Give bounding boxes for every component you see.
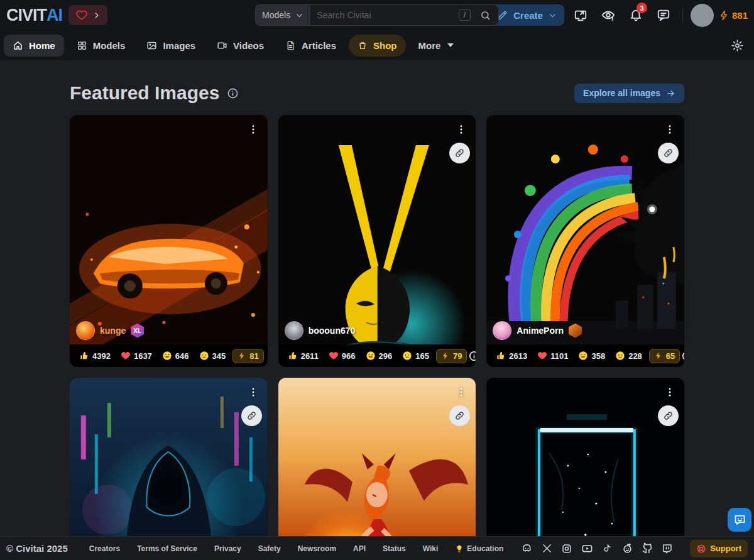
buzz-balance[interactable]: 881 bbox=[719, 10, 748, 21]
nav-item-videos[interactable]: Videos bbox=[208, 35, 273, 57]
video-icon bbox=[217, 40, 227, 51]
creator-username[interactable]: AnimePorn bbox=[516, 326, 564, 336]
cry-reaction-chip[interactable]: 165 bbox=[398, 349, 434, 363]
nav-item-articles[interactable]: Articles bbox=[276, 35, 345, 57]
footer-link-status[interactable]: Status bbox=[377, 544, 412, 553]
card-image[interactable] bbox=[70, 378, 268, 560]
instagram-icon[interactable] bbox=[559, 541, 575, 557]
image-card[interactable]: AnimePorn 2613 1101 358 228 bbox=[486, 115, 684, 367]
image-info-button[interactable] bbox=[468, 348, 476, 364]
card-menu-button[interactable] bbox=[452, 120, 471, 139]
buzz-tip-chip[interactable]: 79 bbox=[436, 349, 467, 363]
image-card[interactable]: kunge XL 4392 1637 646 345 bbox=[70, 115, 268, 367]
like-reaction-chip[interactable]: 2613 bbox=[491, 349, 532, 363]
info-icon[interactable] bbox=[227, 87, 239, 99]
reddit-icon[interactable] bbox=[619, 541, 635, 557]
creator-avatar[interactable] bbox=[76, 321, 95, 340]
creator-avatar[interactable] bbox=[493, 321, 511, 340]
supporter-heart-button[interactable] bbox=[68, 5, 107, 25]
laugh-reaction-chip[interactable]: 296 bbox=[361, 349, 397, 363]
chat-button[interactable] bbox=[652, 4, 675, 26]
support-button[interactable]: Support bbox=[690, 540, 748, 557]
discord-icon[interactable] bbox=[518, 541, 535, 557]
footer-link-privacy[interactable]: Privacy bbox=[209, 544, 247, 553]
creator-username[interactable]: kunge bbox=[100, 326, 126, 336]
image-card[interactable] bbox=[70, 378, 268, 560]
nav-item-more[interactable]: More bbox=[410, 35, 463, 57]
heart-reaction-chip[interactable]: 1101 bbox=[533, 349, 572, 363]
nav-item-home[interactable]: Home bbox=[4, 35, 64, 57]
card-stats-bar: 2613 1101 358 228 65 bbox=[486, 344, 684, 367]
browsing-level-button[interactable] bbox=[597, 4, 620, 26]
card-image[interactable] bbox=[486, 378, 684, 560]
card-link-button[interactable] bbox=[241, 405, 262, 426]
search-input[interactable] bbox=[317, 10, 454, 20]
github-icon[interactable] bbox=[639, 541, 655, 557]
footer-link-newsroom[interactable]: Newsroom bbox=[292, 544, 342, 553]
buzz-balance-value: 881 bbox=[732, 10, 748, 21]
footer-link-terms[interactable]: Terms of Service bbox=[131, 544, 203, 553]
card-link-button[interactable] bbox=[658, 405, 679, 426]
footer-link-api[interactable]: API bbox=[347, 544, 371, 553]
like-count: 2613 bbox=[509, 351, 527, 361]
notifications-button[interactable]: 3 bbox=[625, 4, 647, 26]
nav-label: Images bbox=[163, 40, 195, 51]
floating-chat-button[interactable] bbox=[728, 508, 751, 532]
footer-link-creators[interactable]: Creators bbox=[84, 544, 126, 553]
cry-reaction-chip[interactable]: 345 bbox=[195, 349, 231, 363]
heart-reaction-chip[interactable]: 966 bbox=[324, 349, 360, 363]
user-avatar[interactable] bbox=[691, 4, 714, 27]
buzz-tip-chip[interactable]: 81 bbox=[232, 349, 263, 363]
image-card[interactable] bbox=[486, 378, 684, 560]
laugh-reaction-chip[interactable]: 646 bbox=[158, 349, 194, 363]
card-menu-button[interactable] bbox=[660, 383, 679, 402]
thumbs-up-icon bbox=[79, 351, 89, 361]
cry-emoji-icon bbox=[615, 351, 625, 361]
card-link-button[interactable] bbox=[658, 143, 679, 163]
image-card[interactable] bbox=[278, 378, 476, 560]
civitai-logo[interactable]: CIVIT AI bbox=[6, 5, 62, 26]
search-submit-button[interactable] bbox=[476, 6, 494, 24]
tiktok-icon[interactable] bbox=[599, 541, 615, 557]
heart-icon bbox=[537, 351, 547, 361]
explore-all-images-button[interactable]: Explore all images bbox=[574, 84, 684, 103]
heart-reaction-chip[interactable]: 1637 bbox=[116, 349, 156, 363]
x-twitter-icon[interactable] bbox=[538, 541, 555, 557]
nav-item-images[interactable]: Images bbox=[138, 35, 204, 57]
info-circle-icon bbox=[681, 350, 684, 362]
card-menu-button[interactable] bbox=[452, 383, 471, 402]
cry-reaction-chip[interactable]: 228 bbox=[611, 349, 647, 363]
nav-item-shop[interactable]: Shop bbox=[349, 35, 406, 57]
screen-share-button[interactable] bbox=[569, 4, 592, 26]
support-label: Support bbox=[710, 544, 741, 553]
laugh-reaction-chip[interactable]: 358 bbox=[574, 349, 609, 363]
card-stats-bar: 2611 966 296 165 79 bbox=[278, 344, 476, 367]
image-info-button[interactable] bbox=[681, 348, 684, 364]
twitch-icon[interactable] bbox=[659, 541, 675, 557]
footer-link-safety[interactable]: Safety bbox=[253, 544, 287, 553]
card-menu-button[interactable] bbox=[244, 120, 263, 139]
heart-count: 1637 bbox=[134, 351, 152, 361]
footer-link-education[interactable]: Education bbox=[449, 544, 509, 553]
card-menu-button[interactable] bbox=[660, 120, 679, 139]
image-card[interactable]: boooun670 2611 966 296 165 bbox=[278, 115, 476, 367]
buzz-tip-chip[interactable]: 65 bbox=[649, 349, 680, 363]
footer-link-wiki[interactable]: Wiki bbox=[417, 544, 444, 553]
like-reaction-chip[interactable]: 4392 bbox=[75, 349, 115, 363]
nav-settings-button[interactable] bbox=[724, 39, 750, 52]
dots-vertical-icon bbox=[664, 124, 675, 135]
nav-item-models[interactable]: Models bbox=[68, 35, 134, 57]
creator-avatar[interactable] bbox=[285, 321, 303, 340]
youtube-icon[interactable] bbox=[579, 541, 595, 557]
chevron-right-icon bbox=[92, 11, 101, 19]
create-button[interactable]: Create bbox=[489, 4, 564, 26]
like-reaction-chip[interactable]: 2611 bbox=[283, 349, 323, 363]
buzz-count: 81 bbox=[249, 351, 258, 361]
search-category-select[interactable]: Models bbox=[255, 4, 310, 26]
nav-label: Videos bbox=[233, 40, 264, 51]
card-image[interactable] bbox=[278, 378, 476, 560]
lifebuoy-icon bbox=[696, 544, 706, 554]
logo-civit-text: CIVIT bbox=[6, 5, 46, 26]
creator-username[interactable]: boooun670 bbox=[309, 326, 356, 336]
card-menu-button[interactable] bbox=[244, 383, 263, 402]
